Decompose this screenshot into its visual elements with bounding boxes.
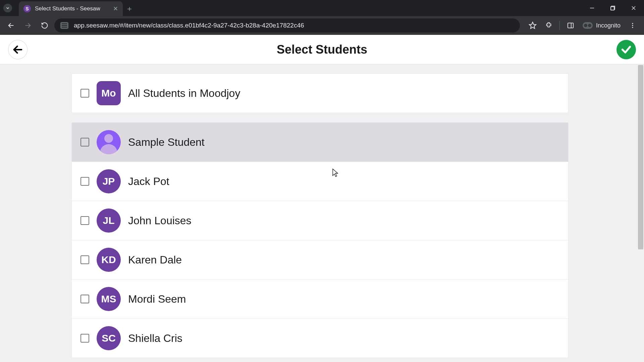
person-avatar-icon: [97, 130, 121, 154]
student-name: Shiella Cris: [128, 332, 182, 345]
checkbox[interactable]: [80, 216, 89, 225]
svg-rect-2: [611, 7, 614, 10]
vertical-scrollbar[interactable]: [637, 64, 644, 362]
browser-menu-button[interactable]: [625, 18, 640, 33]
address-bar[interactable]: app.seesaw.me/#/item/new/class/class.e01…: [54, 18, 520, 33]
app-back-button[interactable]: [8, 40, 28, 59]
checkbox[interactable]: [80, 177, 89, 186]
checkbox[interactable]: [80, 89, 89, 98]
all-students-label: All Students in Moodjoy: [128, 87, 240, 100]
window-close-button[interactable]: [623, 0, 644, 16]
svg-point-13: [632, 27, 633, 28]
incognito-label: Incognito: [596, 22, 621, 29]
nav-back-button[interactable]: [4, 18, 18, 33]
page-title: Select Students: [277, 43, 367, 57]
student-row[interactable]: Sample Student: [72, 123, 568, 162]
checkbox[interactable]: [80, 138, 89, 146]
incognito-icon: [583, 22, 593, 29]
browser-tab[interactable]: S Select Students - Seesaw ✕: [19, 1, 123, 16]
all-students-card: Mo All Students in Moodjoy: [72, 74, 568, 113]
svg-rect-9: [568, 23, 574, 28]
url-text: app.seesaw.me/#/item/new/class/class.e01…: [74, 22, 304, 29]
new-tab-button[interactable]: ＋: [123, 1, 136, 16]
student-avatar: SC: [97, 326, 121, 350]
toolbar-divider: [559, 21, 560, 30]
student-avatar: JP: [97, 169, 121, 193]
bookmark-star-icon[interactable]: [525, 18, 540, 33]
student-avatar: KD: [97, 248, 121, 272]
student-list: Sample StudentJPJack PotJLJohn LouisesKD…: [72, 123, 568, 358]
browser-toolbar: app.seesaw.me/#/item/new/class/class.e01…: [0, 16, 644, 35]
browser-tab-strip: S Select Students - Seesaw ✕ ＋: [0, 0, 644, 16]
tab-title: Select Students - Seesaw: [35, 5, 100, 12]
student-avatar: JL: [97, 208, 121, 233]
student-row[interactable]: SCShiella Cris: [72, 319, 568, 358]
window-maximize-button[interactable]: [602, 0, 623, 16]
student-name: John Louises: [128, 215, 192, 227]
svg-point-11: [632, 23, 633, 24]
student-row[interactable]: MSMordi Seem: [72, 280, 568, 319]
side-panel-icon[interactable]: [563, 18, 578, 33]
nav-reload-button[interactable]: [38, 18, 52, 33]
student-row[interactable]: JLJohn Louises: [72, 201, 568, 240]
svg-marker-8: [529, 22, 536, 28]
all-students-row[interactable]: Mo All Students in Moodjoy: [72, 74, 568, 113]
student-name: Sample Student: [128, 136, 205, 148]
checkbox[interactable]: [80, 334, 89, 343]
student-row[interactable]: KDKaren Dale: [72, 240, 568, 280]
svg-point-12: [632, 25, 633, 26]
checkbox[interactable]: [80, 255, 89, 264]
app-viewport: Select Students Mo All Students in Moodj…: [0, 35, 644, 362]
site-settings-icon[interactable]: [60, 22, 68, 29]
student-name: Jack Pot: [128, 175, 169, 188]
extensions-icon[interactable]: [541, 18, 556, 33]
incognito-indicator[interactable]: Incognito: [579, 22, 624, 29]
tab-favicon: S: [23, 5, 31, 12]
content-scroll-area[interactable]: Mo All Students in Moodjoy Sample Studen…: [0, 64, 644, 362]
confirm-button[interactable]: [616, 40, 636, 59]
chevron-down-icon: [3, 4, 12, 12]
scrollbar-thumb[interactable]: [638, 65, 643, 249]
nav-forward-button[interactable]: [21, 18, 35, 33]
close-tab-button[interactable]: ✕: [113, 5, 118, 12]
window-controls: [582, 0, 644, 16]
window-minimize-button[interactable]: [582, 0, 602, 16]
class-avatar: Mo: [97, 81, 121, 105]
student-name: Mordi Seem: [128, 293, 186, 305]
tab-search-button[interactable]: [0, 0, 15, 16]
app-header: Select Students: [0, 35, 644, 64]
student-name: Karen Dale: [128, 254, 182, 266]
student-avatar: MS: [97, 287, 121, 311]
checkbox[interactable]: [80, 295, 89, 303]
student-row[interactable]: JPJack Pot: [72, 162, 568, 201]
